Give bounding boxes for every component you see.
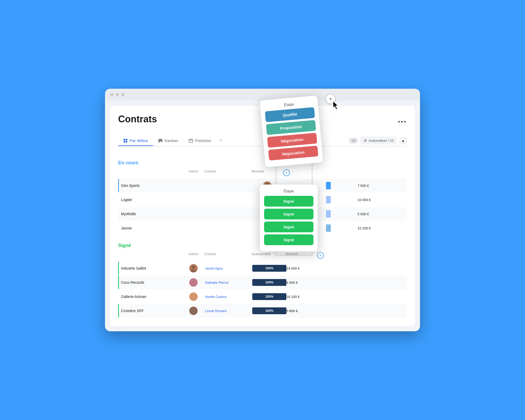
svg-point-25	[192, 308, 195, 312]
avatar-s1	[189, 264, 198, 272]
contact-noelle-cadour-2[interactable]: Noelle Cadour	[205, 295, 247, 299]
avancement-4: 100%	[252, 307, 286, 314]
main-content: Contrats ••• Par défaut	[110, 106, 415, 326]
kanban-icon	[158, 139, 162, 143]
browser-dot-3	[121, 93, 125, 96]
avancement-3: 100%	[252, 293, 286, 300]
more-options-button[interactable]: •••	[398, 118, 407, 125]
col-contact-s: Contact	[204, 252, 246, 259]
svg-point-19	[192, 265, 195, 269]
tab-label-kanban: Kanban	[165, 138, 178, 143]
montant-3: 5 500 €	[358, 212, 394, 216]
col-montant-signe: Montant	[286, 252, 317, 259]
row-name-logitel: Logitel	[121, 198, 263, 202]
avatar-s3	[189, 292, 198, 301]
svg-point-23	[192, 294, 195, 297]
stage-bar-4	[326, 224, 331, 232]
col-name-s	[120, 252, 188, 259]
etape-top-title: Étape	[264, 100, 314, 109]
stage-bar-3	[326, 210, 331, 218]
tab-prevision[interactable]: Prévision	[183, 136, 217, 145]
collapse-icon: ▲	[402, 139, 405, 143]
signe-row-3: Gallerie Artman Noelle Cadour 100% 18 10…	[118, 290, 407, 303]
row-name-geo-sports: Géo Sports	[121, 183, 263, 188]
montant-2: 10 000 €	[358, 198, 394, 202]
col-contact: Contact	[204, 169, 246, 176]
etape-option-qualifie[interactable]: Qualifié	[265, 107, 315, 122]
add-en-cours-button[interactable]: +	[283, 169, 290, 176]
tab-add-button[interactable]: +	[217, 135, 226, 146]
svg-rect-6	[161, 139, 162, 142]
browser-dot-1	[110, 93, 114, 96]
etape-option-negociation-1[interactable]: Négociation	[267, 133, 317, 148]
col-name	[120, 169, 188, 176]
plus-float-button[interactable]: +	[326, 94, 335, 104]
automate-label: Automatiser / 10	[369, 139, 393, 143]
contact-nathalie-pierrot-2[interactable]: Nathalie Pierrot	[205, 281, 247, 285]
outer-wrapper: Contrats ••• Par défaut	[105, 89, 420, 331]
col-admin: Admin	[188, 169, 204, 176]
etape-dropdown-bottom: Étape Signé Signé Signé Signé	[260, 185, 318, 251]
row-name-croisiere: Croisière SFF	[121, 309, 189, 313]
svg-point-22	[191, 284, 196, 287]
automate-button[interactable]: ⚙ Automatiser / 10	[360, 137, 397, 144]
add-signe-button[interactable]: +	[317, 252, 324, 259]
montant-s1: 24 000 €	[286, 266, 318, 270]
browser-dot-2	[116, 93, 119, 96]
montant-s4: 5 800 €	[286, 309, 318, 313]
svg-point-26	[191, 312, 196, 315]
avancement-1: 100%	[252, 265, 286, 272]
tab-kanban[interactable]: Kanban	[153, 136, 183, 145]
tab-label-par-defaut: Par défaut	[130, 138, 148, 143]
stage-bar-2	[326, 196, 331, 203]
signe-row-1: Industrie Saillot Jamel Agou 100% 24 000…	[118, 261, 407, 275]
col-montant-encours: Montant	[251, 169, 283, 176]
etape-option-proposition[interactable]: Proposition	[266, 120, 316, 135]
svg-point-24	[191, 298, 196, 301]
row-name-myrthelle: Myrthelle	[121, 212, 263, 216]
contact-lionel-rosaire-2[interactable]: Lionel Rosaire	[205, 309, 247, 313]
calendar-icon	[189, 139, 193, 143]
col-spacer-s	[246, 252, 251, 259]
en-cours-title: En cours	[118, 160, 138, 166]
row-name-jaunie: Jaunie	[121, 226, 263, 230]
row-name-saillot: Industrie Saillot	[121, 266, 189, 270]
filter-badge[interactable]: +2	[349, 138, 358, 144]
row-name-coco: Coco Records	[121, 280, 189, 285]
montant-s3: 18 100 €	[286, 295, 318, 299]
avatar-s2	[189, 278, 198, 287]
tab-par-defaut[interactable]: Par défaut	[118, 136, 153, 145]
page-title: Contrats	[118, 114, 157, 125]
svg-rect-5	[160, 139, 161, 141]
signe-row-4: Croisière SFF Lionel Rosaire 100% 5 800 …	[118, 304, 407, 318]
etape-option-signe-3[interactable]: Signé	[264, 222, 313, 232]
row-name-gallerie: Gallerie Artman	[121, 295, 189, 299]
automate-icon: ⚙	[364, 139, 367, 143]
signe-title: Signé	[118, 243, 131, 248]
stage-bar-1	[326, 182, 331, 189]
svg-rect-0	[124, 139, 125, 140]
collapse-button[interactable]: ▲	[400, 137, 407, 144]
svg-rect-7	[189, 139, 193, 143]
tab-label-prevision: Prévision	[195, 138, 211, 143]
montant-1: 7 500 €	[358, 184, 394, 188]
en-cours-header: En cours	[118, 160, 407, 166]
contact-jamel-agou-2[interactable]: Jamel Agou	[205, 266, 247, 270]
svg-point-21	[192, 280, 195, 283]
col-admin-s: Admin	[188, 252, 204, 259]
svg-rect-1	[126, 139, 127, 140]
etape-option-signe-4[interactable]: Signé	[264, 234, 313, 245]
montant-4: 15 200 €	[358, 226, 394, 230]
col-spacer	[246, 169, 251, 176]
etape-option-signe-1[interactable]: Signé	[264, 196, 313, 207]
svg-point-20	[191, 270, 196, 272]
etape-dropdown-top: Étape Qualifié Proposition Négociation N…	[260, 96, 323, 167]
etape-option-negociation-2[interactable]: Négociation	[268, 146, 318, 161]
browser-titlebar	[105, 89, 420, 101]
avancement-2: 100%	[252, 279, 286, 286]
col-avancement: Avancement	[251, 252, 286, 259]
browser-window: Contrats ••• Par défaut	[105, 89, 420, 331]
etape-option-signe-2[interactable]: Signé	[264, 209, 313, 219]
etape-bottom-title: Étape	[264, 189, 313, 193]
avatar-s4	[189, 307, 198, 315]
